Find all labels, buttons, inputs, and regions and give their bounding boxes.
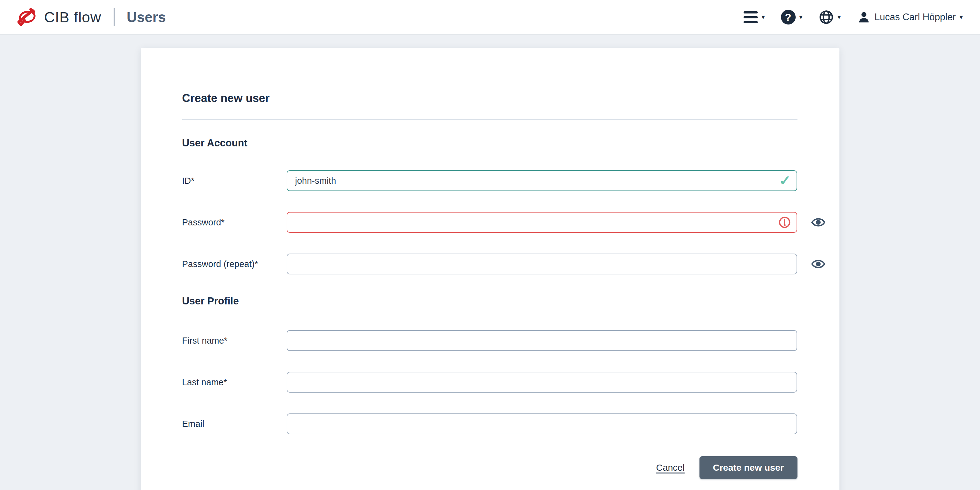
password-repeat-input[interactable] xyxy=(286,254,797,274)
eye-icon xyxy=(810,215,826,230)
main-menu-button[interactable]: ▾ xyxy=(744,11,765,23)
chevron-down-icon: ▾ xyxy=(838,14,841,21)
first-name-input-wrap xyxy=(286,330,797,351)
id-input-wrap: ✓ xyxy=(286,170,797,191)
id-valid-status: ✓ xyxy=(779,173,791,188)
password-input-wrap xyxy=(286,212,797,233)
create-user-card: Create new user User Account ID* ✓ Passw… xyxy=(141,48,840,490)
password-repeat-label: Password (repeat)* xyxy=(182,259,286,269)
alert-circle-icon xyxy=(778,216,791,229)
form-row-email: Email xyxy=(182,414,797,434)
form-row-password: Password* xyxy=(182,212,797,233)
user-menu-button[interactable]: Lucas Carl Höppler ▾ xyxy=(857,10,963,24)
header-divider xyxy=(114,8,115,26)
chevron-down-icon: ▾ xyxy=(761,14,765,21)
user-name-label: Lucas Carl Höppler xyxy=(875,12,956,23)
first-name-input[interactable] xyxy=(286,330,797,351)
form-title: Create new user xyxy=(182,92,797,105)
last-name-input[interactable] xyxy=(286,372,797,393)
form-row-last-name: Last name* xyxy=(182,372,797,393)
form-row-password-repeat: Password (repeat)* xyxy=(182,254,797,274)
toggle-password-visibility-button[interactable] xyxy=(797,215,840,230)
menu-icon xyxy=(744,11,758,23)
language-menu-button[interactable]: ▾ xyxy=(819,10,841,25)
id-label: ID* xyxy=(182,176,286,186)
email-input[interactable] xyxy=(286,414,797,434)
brand-name: CIB flow xyxy=(44,9,101,26)
page-content: Create new user User Account ID* ✓ Passw… xyxy=(0,48,980,490)
password-input[interactable] xyxy=(286,212,797,233)
help-icon: ? xyxy=(781,10,795,24)
title-divider xyxy=(182,119,797,120)
chevron-down-icon: ▾ xyxy=(799,14,803,21)
help-menu-button[interactable]: ? ▾ xyxy=(781,10,803,24)
cib-flow-logo-icon xyxy=(15,5,38,29)
toggle-password-repeat-visibility-button[interactable] xyxy=(797,256,840,272)
section-heading-user-account: User Account xyxy=(182,137,797,149)
cancel-link[interactable]: Cancel xyxy=(656,463,684,473)
top-navigation-bar: CIB flow Users ▾ ? ▾ ▾ Luca xyxy=(0,0,980,34)
eye-icon xyxy=(810,256,826,272)
form-row-id: ID* ✓ xyxy=(182,170,797,191)
header-actions: ▾ ? ▾ ▾ Lucas Carl Höppler ▾ xyxy=(744,10,963,25)
section-heading-user-profile: User Profile xyxy=(182,295,797,307)
email-label: Email xyxy=(182,419,286,429)
id-input[interactable] xyxy=(286,170,797,191)
page-title: Users xyxy=(127,9,166,25)
password-label: Password* xyxy=(182,218,286,228)
brand-area: CIB flow Users xyxy=(15,5,166,29)
chevron-down-icon: ▾ xyxy=(959,14,963,21)
last-name-label: Last name* xyxy=(182,377,286,387)
create-new-user-button[interactable]: Create new user xyxy=(700,456,797,479)
email-input-wrap xyxy=(286,414,797,434)
password-error-status xyxy=(778,216,791,229)
language-globe-icon xyxy=(819,10,834,25)
first-name-label: First name* xyxy=(182,336,286,346)
last-name-input-wrap xyxy=(286,372,797,393)
check-icon: ✓ xyxy=(779,173,791,188)
form-actions: Cancel Create new user xyxy=(182,456,797,479)
user-avatar-icon xyxy=(857,10,871,24)
form-row-first-name: First name* xyxy=(182,330,797,351)
password-repeat-input-wrap xyxy=(286,254,797,274)
